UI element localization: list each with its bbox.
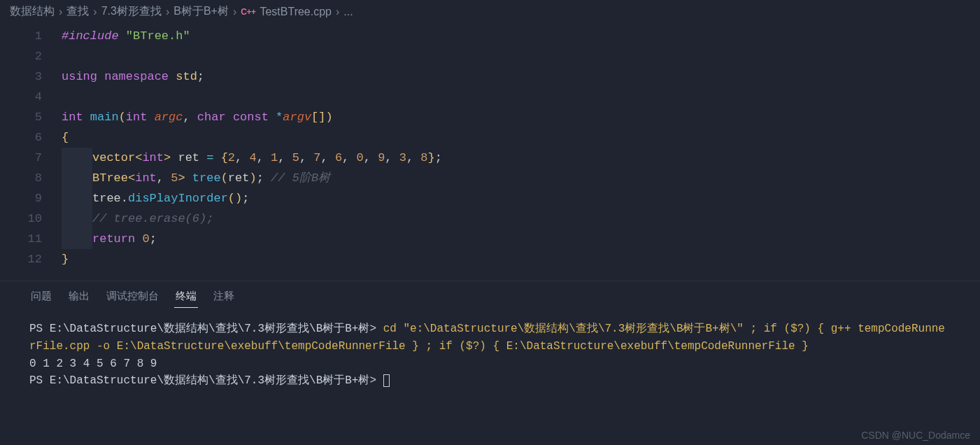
keyword: namespace	[104, 70, 169, 83]
breadcrumb: 数据结构 › 查找 › 7.3树形查找 › B树于B+树 › C++ TestB…	[0, 0, 980, 23]
punct: ;	[150, 232, 157, 246]
punct: )	[249, 171, 256, 185]
number: 7	[313, 151, 320, 164]
punct: (	[119, 111, 126, 124]
namespace: std	[176, 70, 197, 83]
terminal-var: $?	[790, 323, 804, 335]
punct: ,	[364, 151, 371, 164]
brace: }	[62, 253, 69, 266]
punct: (	[221, 171, 228, 185]
type: int	[135, 171, 157, 185]
number: 3	[399, 151, 406, 164]
crumb-file[interactable]: TestBTree.cpp	[260, 6, 332, 18]
chevron-right-icon: ›	[166, 6, 169, 18]
keyword: using	[62, 70, 97, 83]
crumb-more[interactable]: ...	[343, 6, 353, 18]
chevron-right-icon: ›	[93, 6, 97, 18]
number: 1	[271, 151, 278, 164]
terminal-prompt: PS E:\DataStructure\数据结构\查找\7.3树形查找\B树于B…	[29, 374, 376, 387]
punct: ,	[157, 171, 164, 185]
punct: .	[121, 192, 128, 205]
type: BTree	[92, 171, 128, 185]
string-literal: "BTree.h"	[126, 29, 190, 43]
param: argv	[283, 111, 311, 124]
tab-terminal[interactable]: 终端	[174, 287, 198, 308]
punct: ,	[235, 151, 242, 164]
bottom-panel: 问题 输出 调试控制台 终端 注释 PS E:\DataStructure\数据…	[0, 281, 980, 445]
op: =	[206, 151, 213, 164]
chevron-right-icon: ›	[233, 6, 236, 18]
type: int	[142, 151, 164, 164]
terminal-command: cd	[376, 323, 403, 335]
panel-tabs: 问题 输出 调试控制台 终端 注释	[0, 281, 980, 308]
punct: )	[326, 111, 333, 124]
punct: }	[428, 151, 435, 164]
punct: )	[235, 192, 242, 205]
terminal-command: ) { E:\DataStructure\exebuff\tempCodeRun…	[479, 340, 808, 353]
method: disPlayInorder	[128, 192, 228, 205]
crumb-3[interactable]: B树于B+树	[173, 4, 229, 19]
punct: >	[164, 151, 171, 164]
chevron-right-icon: ›	[59, 6, 62, 18]
line-gutter: 1234 5678 9101112	[0, 26, 62, 269]
crumb-0[interactable]: 数据结构	[10, 4, 55, 19]
punct: ;	[257, 171, 264, 185]
punct: ,	[342, 151, 349, 164]
punct: <	[135, 151, 142, 164]
type: vector	[92, 151, 135, 164]
comment: // tree.erase(6);	[92, 212, 213, 225]
punct: ,	[299, 151, 306, 164]
terminal-command: ; if (	[744, 323, 790, 335]
punct: {	[221, 151, 228, 164]
cpp-file-icon: C++	[241, 7, 255, 17]
tab-debug-console[interactable]: 调试控制台	[105, 287, 160, 308]
var: ret	[228, 171, 250, 185]
terminal-cursor	[383, 374, 390, 387]
var: ret	[178, 151, 199, 164]
terminal-var: $?	[466, 340, 479, 353]
keyword: const	[233, 111, 269, 124]
preprocessor: #include	[62, 29, 119, 43]
terminal-content[interactable]: PS E:\DataStructure\数据结构\查找\7.3树形查找\B树于B…	[0, 308, 980, 390]
number: 5	[292, 151, 299, 164]
number: 4	[249, 151, 256, 164]
number: 2	[228, 151, 235, 164]
chevron-right-icon: ›	[336, 6, 339, 18]
code-editor[interactable]: 1234 5678 9101112 #include "BTree.h" usi…	[0, 23, 980, 269]
punct: ;	[435, 151, 442, 164]
type: int	[62, 111, 83, 124]
number: 0	[357, 151, 364, 164]
punct: <	[128, 171, 135, 185]
type: char	[197, 111, 226, 124]
punct: (	[228, 192, 235, 205]
tab-output[interactable]: 输出	[67, 287, 91, 308]
var: tree	[192, 171, 221, 185]
terminal-prompt: PS E:\DataStructure\数据结构\查找\7.3树形查找\B树于B…	[29, 323, 376, 335]
crumb-1[interactable]: 查找	[66, 4, 89, 19]
brace: {	[62, 131, 69, 144]
number: 0	[142, 232, 149, 246]
punct: []	[311, 111, 325, 124]
punct: ;	[197, 70, 204, 83]
punct: ,	[321, 151, 328, 164]
terminal-string: "e:\DataStructure\数据结构\查找\7.3树形查找\B树于B+树…	[403, 323, 743, 335]
comment: // 5阶B树	[271, 171, 330, 185]
punct: ,	[183, 111, 190, 124]
tab-comments[interactable]: 注释	[212, 287, 236, 308]
tab-problems[interactable]: 问题	[29, 287, 53, 308]
crumb-2[interactable]: 7.3树形查找	[101, 4, 162, 19]
punct: ,	[406, 151, 413, 164]
watermark: CSDN @NUC_Dodamce	[861, 430, 970, 441]
terminal-output: 0 1 2 3 4 5 6 7 8 9	[29, 358, 157, 370]
number: 8	[420, 151, 427, 164]
number: 6	[335, 151, 342, 164]
number: 9	[378, 151, 385, 164]
punct: ,	[385, 151, 392, 164]
keyword: return	[92, 232, 135, 246]
function: main	[90, 111, 119, 124]
number: 5	[171, 171, 178, 185]
terminal-command: ; if (	[426, 340, 467, 353]
punct: >	[178, 171, 185, 185]
code-content[interactable]: #include "BTree.h" using namespace std; …	[62, 26, 980, 269]
punct: ,	[278, 151, 285, 164]
